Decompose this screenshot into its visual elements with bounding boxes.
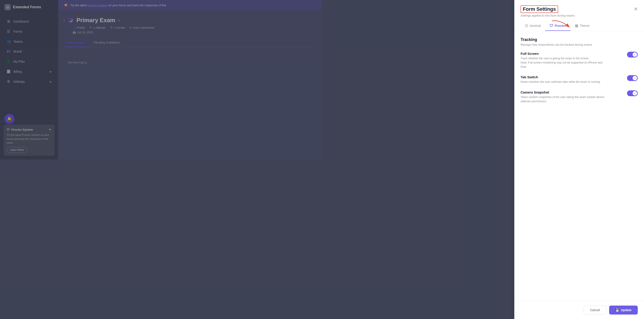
modal-overlay: Form Settings ✕ Settings applied to this… (0, 0, 322, 160)
